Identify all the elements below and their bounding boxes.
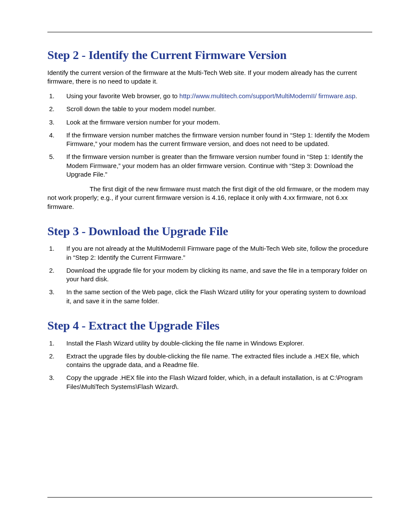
step2-item1-pre: Using your favorite Web browser, go to: [66, 92, 179, 100]
step2-list: Using your favorite Web browser, go to h…: [47, 92, 372, 179]
bottom-divider: [47, 497, 372, 498]
document-page: Step 2 - Identify the Current Firmware V…: [0, 0, 411, 532]
list-item: Using your favorite Web browser, go to h…: [47, 92, 372, 100]
step3-section: Step 3 - Download the Upgrade File If yo…: [47, 224, 372, 305]
step2-heading: Step 2 - Identify the Current Firmware V…: [47, 48, 372, 62]
step2-note: The first digit of the new firmware must…: [47, 185, 372, 211]
step2-item1-post: .: [355, 92, 357, 100]
list-item: Copy the upgrade .HEX file into the Flas…: [47, 373, 372, 391]
list-item: If the firmware version number matches t…: [47, 131, 372, 149]
list-item: Download the upgrade file for your modem…: [47, 266, 372, 284]
step2-intro: Identify the current version of the firm…: [47, 68, 372, 86]
list-item: If you are not already at the MultiModem…: [47, 244, 372, 262]
step4-list: Install the Flash Wizard utility by doub…: [47, 339, 372, 391]
list-item: In the same section of the Web page, cli…: [47, 288, 372, 305]
step3-list: If you are not already at the MultiModem…: [47, 244, 372, 305]
list-item: Extract the upgrade files by double-clic…: [47, 352, 372, 370]
list-item: Scroll down the table to your modem mode…: [47, 105, 372, 113]
list-item: If the firmware version number is greate…: [47, 152, 372, 179]
list-item: Install the Flash Wizard utility by doub…: [47, 339, 372, 348]
list-item: Look at the firmware version number for …: [47, 118, 372, 127]
top-divider: [47, 32, 372, 32]
step4-heading: Step 4 - Extract the Upgrade Files: [47, 318, 372, 333]
step4-section: Step 4 - Extract the Upgrade Files Insta…: [47, 318, 372, 391]
firmware-url-link[interactable]: http://www.multitech.com/support/MultiMo…: [179, 92, 355, 100]
step2-section: Step 2 - Identify the Current Firmware V…: [47, 48, 372, 211]
step3-heading: Step 3 - Download the Upgrade File: [47, 224, 372, 239]
